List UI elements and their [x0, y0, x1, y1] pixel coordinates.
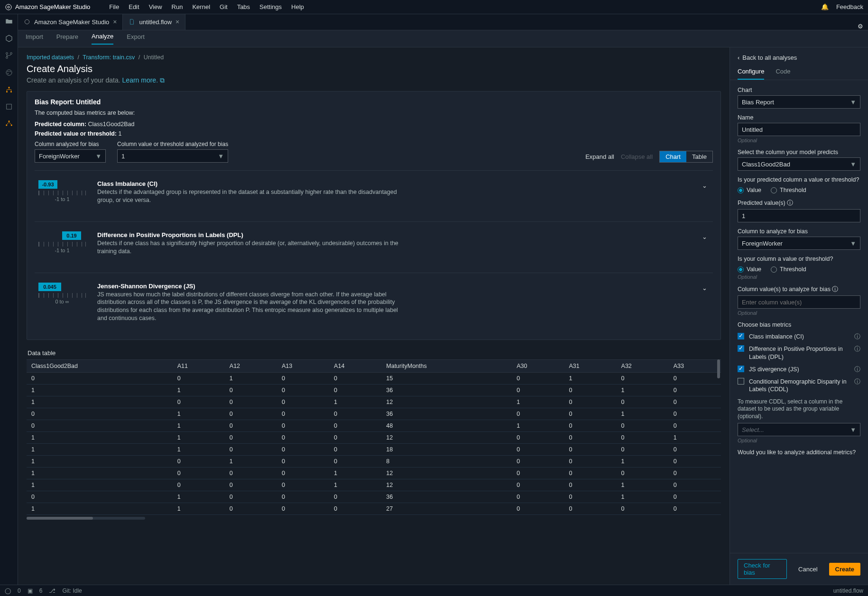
close-icon[interactable]: ×	[175, 18, 179, 26]
learn-more-link[interactable]: Learn more. ⧉	[122, 76, 165, 84]
column-values-input[interactable]	[738, 295, 860, 309]
column-header[interactable]: A33	[669, 360, 721, 373]
name-input[interactable]	[738, 123, 860, 136]
column-header[interactable]: A13	[277, 360, 329, 373]
predict-column-select[interactable]: Class1Good2Bad▼	[738, 157, 860, 171]
radio-value[interactable]: Value	[738, 266, 761, 273]
radio-icon	[738, 187, 744, 193]
table-row: 10001120010	[27, 479, 721, 491]
info-icon[interactable]: ⓘ	[832, 286, 838, 293]
menu-settings[interactable]: Settings	[259, 3, 282, 10]
info-icon[interactable]: ⓘ	[854, 333, 860, 340]
radio-icon	[771, 187, 777, 193]
column-header[interactable]: A11	[173, 360, 225, 373]
radio-value[interactable]: Value	[738, 187, 761, 193]
metric-checkbox-dpl[interactable]: Difference in Positive Proportions in La…	[738, 345, 860, 361]
doctab-studio[interactable]: Amazon SageMaker Studio ×	[18, 14, 123, 30]
menu-git[interactable]: Git	[220, 3, 228, 10]
field-label: Predicted value(s) ⓘ	[738, 199, 860, 207]
menu-file[interactable]: File	[109, 3, 119, 10]
column-header[interactable]: A32	[617, 360, 669, 373]
status-terminal-icon[interactable]: ▣	[28, 587, 33, 594]
field-label: Column value(s) to analyze for bias ⓘ	[738, 285, 860, 293]
metric-checkbox-ci[interactable]: Class imbalance (CI)ⓘ	[738, 333, 860, 340]
back-link[interactable]: ‹ Back to all analyses	[730, 47, 868, 61]
expand-icon[interactable]: ⌄	[700, 180, 709, 204]
chevron-left-icon: ‹	[738, 54, 739, 61]
tab-configure[interactable]: Configure	[738, 68, 764, 80]
menu-kernel[interactable]: Kernel	[192, 3, 210, 10]
metric-desc: Detects if one class has a significantly…	[97, 239, 406, 256]
radio-threshold[interactable]: Threshold	[771, 187, 806, 193]
left-rail	[0, 14, 18, 585]
svg-point-9	[6, 91, 8, 92]
metric-row: -0.93-1 to 1Class Imbalance (CI)Detects …	[35, 170, 713, 214]
info-icon[interactable]: ⓘ	[787, 200, 793, 206]
radio-threshold[interactable]: Threshold	[771, 266, 806, 273]
info-icon[interactable]: ⓘ	[854, 366, 860, 373]
predicted-values-input[interactable]	[738, 209, 860, 222]
collapse-all-link: Collapse all	[621, 153, 653, 160]
create-button[interactable]: Create	[829, 563, 860, 576]
expand-icon[interactable]: ⌄	[700, 231, 709, 256]
doctab-flow[interactable]: untitled.flow ×	[123, 14, 185, 30]
data-table: Class1Good2BadA11A12A13A14MaturityMonths…	[27, 359, 721, 515]
column-header[interactable]: A14	[329, 360, 381, 373]
square-icon[interactable]	[5, 102, 13, 111]
column-header[interactable]: A30	[512, 360, 564, 373]
menu-edit[interactable]: Edit	[129, 3, 139, 10]
toggle-table[interactable]: Table	[686, 151, 712, 162]
flow-icon[interactable]	[5, 85, 13, 94]
expand-all-link[interactable]: Expand all	[585, 153, 614, 160]
field-hint: Optional	[738, 274, 860, 280]
breadcrumb-link[interactable]: Imported datasets	[27, 54, 74, 61]
cddl-column-select[interactable]: Select...▼	[738, 423, 860, 436]
close-icon[interactable]: ×	[113, 18, 117, 26]
subnav-export[interactable]: Export	[127, 33, 145, 44]
menu-list: FileEditViewRunKernelGitTabsSettingsHelp	[109, 3, 304, 10]
menu-view[interactable]: View	[149, 3, 162, 10]
toggle-chart[interactable]: Chart	[660, 151, 686, 162]
feedback-link[interactable]: Feedback	[836, 3, 863, 10]
table-row: 1010080010	[27, 456, 721, 468]
column-bias-select[interactable]: ForeignWorker▼	[35, 149, 106, 163]
palette-icon[interactable]	[5, 68, 13, 77]
menu-run[interactable]: Run	[172, 3, 183, 10]
network-icon[interactable]	[5, 119, 13, 128]
column-header[interactable]: Class1Good2Bad	[27, 360, 173, 373]
check-bias-button[interactable]: Check for bias	[738, 559, 787, 579]
column-header[interactable]: MaturityMonths	[381, 360, 512, 373]
breadcrumb-link[interactable]: Transform: train.csv	[83, 54, 135, 61]
folder-icon[interactable]	[5, 17, 13, 26]
status-count: 0	[18, 587, 21, 594]
tab-code[interactable]: Code	[776, 68, 790, 80]
info-icon[interactable]: ⓘ	[854, 345, 860, 353]
column-header[interactable]: A12	[225, 360, 277, 373]
subnav: ImportPrepareAnalyzeExport	[18, 30, 868, 47]
gear-icon[interactable]: ⚙	[853, 23, 868, 30]
metric-checkbox-js[interactable]: JS divergence (JS)ⓘ	[738, 366, 860, 373]
status-git-icon[interactable]: ⎇	[49, 587, 55, 594]
subnav-analyze[interactable]: Analyze	[92, 33, 113, 45]
subnav-prepare[interactable]: Prepare	[56, 33, 78, 44]
metric-checkbox-cddl[interactable]: Conditional Demographic Disparity in Lab…	[738, 378, 860, 394]
hexagon-icon[interactable]	[5, 34, 13, 43]
cancel-button[interactable]: Cancel	[793, 563, 823, 575]
vertical-scrollbar[interactable]	[717, 359, 720, 378]
table-row: 01000360010	[27, 408, 721, 420]
menu-help[interactable]: Help	[291, 3, 304, 10]
bias-column-select[interactable]: ForeignWorker▼	[738, 237, 860, 250]
menu-tabs[interactable]: Tabs	[237, 3, 250, 10]
page-title: Create Analysis	[27, 64, 721, 74]
column-header[interactable]: A31	[564, 360, 616, 373]
git-branch-icon[interactable]	[5, 51, 13, 60]
column-value-select[interactable]: 1▼	[117, 149, 228, 163]
document-tabs: Amazon SageMaker Studio × untitled.flow …	[18, 14, 868, 30]
info-icon[interactable]: ⓘ	[854, 378, 860, 385]
status-kernel-icon[interactable]: ◯	[5, 587, 11, 594]
chart-type-select[interactable]: Bias Report▼	[738, 95, 860, 109]
svg-point-1	[8, 6, 9, 8]
expand-icon[interactable]: ⌄	[700, 283, 709, 323]
bell-icon[interactable]: 🔔	[821, 3, 829, 10]
subnav-import[interactable]: Import	[26, 33, 43, 44]
